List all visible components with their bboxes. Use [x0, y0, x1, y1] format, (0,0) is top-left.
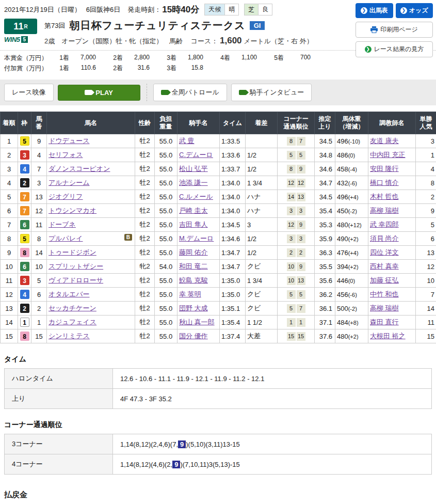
jockey-link[interactable]: M.デムーロ	[179, 234, 214, 242]
trainer-link[interactable]: 中竹 和也	[370, 290, 399, 298]
result-row: 1135ヴィアドロローサ牡255.0鮫島 克駿1:35.01 3/4101335…	[1, 274, 436, 288]
video-bar: レース映像 PLAY 全周パトロール 騎手インタビュー	[0, 80, 436, 105]
corner-order-cell: 33	[278, 232, 315, 246]
jockey-cell: 池添 謙一	[177, 176, 220, 190]
trainer-link[interactable]: 友道 康夫	[370, 137, 399, 145]
jockey-link[interactable]: 秋山 真一郎	[179, 318, 215, 326]
horse-name-link[interactable]: カジュフェイス	[49, 318, 96, 326]
carried-weight-cell: 55.0	[155, 162, 177, 176]
favorite-rank-cell: 11	[416, 316, 436, 329]
trainer-link[interactable]: 西村 真幸	[370, 262, 399, 270]
horse-name-link[interactable]: トウシンマカオ	[49, 207, 96, 214]
sex-age-cell: 牡2	[135, 134, 155, 148]
trainer-link[interactable]: 加藤 征弘	[370, 276, 399, 284]
column-header: タイム	[220, 112, 246, 134]
jockey-link[interactable]: 鮫島 克駿	[179, 276, 208, 284]
trainer-link[interactable]: 森田 直行	[370, 318, 399, 326]
corner-position: 12	[287, 220, 296, 229]
jockey-link[interactable]: C.デムーロ	[179, 151, 213, 159]
trainer-link[interactable]: 四位 洋文	[370, 248, 399, 256]
jockey-cell: C.デムーロ	[177, 148, 220, 162]
horse-name-link[interactable]: ドウデュース	[49, 137, 90, 145]
horse-number-cell: 13	[31, 190, 47, 204]
win5-logo: WIN5 5	[4, 36, 38, 43]
racecard-button[interactable]: ❯ 出馬表	[356, 3, 393, 18]
trainer-link[interactable]: 中内田 充正	[370, 151, 406, 159]
corner-position: 13	[297, 193, 305, 201]
place-cell: 5	[1, 190, 18, 204]
favorite-rank-cell: 4	[416, 162, 436, 176]
horse-name-link[interactable]: ジオグリフ	[49, 193, 83, 200]
odds-button[interactable]: ❯ オッズ	[396, 3, 433, 18]
trainer-link[interactable]: 橋口 慎介	[370, 179, 399, 186]
favorite-rank-cell: 13	[416, 246, 436, 260]
frame-cell: 2	[18, 302, 31, 316]
jockey-link[interactable]: 池添 謙一	[179, 179, 208, 186]
horse-name-link[interactable]: セッカチケーン	[49, 304, 96, 312]
jockey-link[interactable]: 戸崎 圭太	[179, 207, 208, 214]
trainer-link[interactable]: 須貝 尚介	[370, 234, 399, 242]
corner-position: 10	[287, 276, 296, 285]
jockey-link[interactable]: 幸 英明	[179, 290, 201, 298]
horse-name-link[interactable]: セリフォス	[49, 151, 83, 159]
horse-number-cell: 7	[31, 162, 47, 176]
corner-position: 2	[287, 248, 296, 257]
column-header: 調教師名	[368, 112, 416, 134]
play-button[interactable]: PLAY	[58, 85, 140, 101]
column-header: 馬名	[47, 112, 135, 134]
trainer-cell: 木村 哲也	[368, 190, 416, 204]
prize-item: 1着7,000	[52, 54, 105, 62]
last-3f-cell: 37.6	[315, 329, 335, 343]
jockey-link[interactable]: 松山 弘平	[179, 165, 208, 172]
corner-position: 3	[287, 234, 296, 243]
prize-item: 3着1,800	[159, 54, 213, 62]
jockey-link[interactable]: 藤岡 佑介	[179, 248, 208, 256]
jockey-interview-button[interactable]: 騎手インタビュー	[231, 84, 312, 101]
place-cell: 14	[1, 316, 18, 329]
jockey-cell: 団野 大成	[177, 302, 220, 316]
patrol-video-button[interactable]: 全周パトロール	[153, 84, 227, 101]
highlighted-horse-number: 9	[178, 440, 186, 448]
horse-name-link[interactable]: シンリミテス	[49, 332, 90, 340]
horse-name-link[interactable]: スプリットザシー	[49, 262, 103, 270]
trainer-link[interactable]: 高柳 瑞樹	[370, 304, 399, 312]
action-buttons: ❯ 出馬表 ❯ オッズ 印刷用ページ ❯ レース結果の見方	[356, 3, 433, 61]
horse-name-link[interactable]: トゥードジボン	[49, 248, 96, 256]
jockey-link[interactable]: 団野 大成	[179, 304, 208, 312]
favorite-rank-cell: 12	[416, 260, 436, 274]
jockey-link[interactable]: 和田 竜二	[179, 262, 208, 270]
trainer-cell: 大根田 裕之	[368, 329, 416, 343]
jockey-link[interactable]: 武 豊	[179, 137, 195, 145]
corner-position: 10	[287, 262, 296, 271]
jockey-link[interactable]: C.ルメール	[179, 193, 213, 200]
how-to-read-results-button[interactable]: ❯ レース結果の見方	[356, 41, 433, 57]
trainer-link[interactable]: 武 幸四郎	[370, 220, 399, 228]
jockey-link[interactable]: 国分 優作	[179, 332, 208, 340]
corner-position: 15	[287, 332, 296, 341]
result-row: 9814トゥードジボン牡255.0藤岡 佑介1:34.71/22236.3476…	[1, 246, 436, 260]
horse-name-link[interactable]: プルパレイ	[49, 234, 83, 242]
race-video-button[interactable]: レース映像	[4, 84, 54, 101]
horse-name-link[interactable]: ドーブネ	[49, 220, 76, 228]
result-row: 423アルナシーム牡255.0池添 謙一1:34.01 3/4121234.74…	[1, 176, 436, 190]
frame-number-badge: 6	[20, 220, 29, 229]
trainer-link[interactable]: 大根田 裕之	[370, 332, 406, 340]
horse-name-link[interactable]: ヴィアドロローサ	[49, 276, 103, 284]
column-header: 着差	[246, 112, 278, 134]
time-section-title: タイム	[4, 355, 436, 364]
horse-name-link[interactable]: アルナシーム	[49, 179, 90, 186]
trainer-cell: 橋口 慎介	[368, 176, 416, 190]
result-row: 10610スプリットザシー牝254.0和田 竜二1:34.7クビ10935.53…	[1, 260, 436, 274]
trainer-link[interactable]: 木村 哲也	[370, 193, 399, 200]
print-page-button[interactable]: 印刷用ページ	[356, 22, 433, 38]
carried-weight-cell: 55.0	[155, 176, 177, 190]
trainer-link[interactable]: 高柳 瑞樹	[370, 207, 399, 214]
horse-name-cell: ジオグリフ	[47, 190, 135, 204]
horse-name-link[interactable]: ダノンスコーピオン	[49, 165, 110, 172]
last-3f-cell: 34.5	[315, 190, 335, 204]
corner-position: 3	[297, 207, 305, 215]
jockey-link[interactable]: 吉田 隼人	[179, 220, 208, 228]
trainer-link[interactable]: 安田 隆行	[370, 165, 399, 172]
last-3f-cell: 34.6	[315, 162, 335, 176]
horse-name-link[interactable]: オタルエバー	[49, 290, 90, 298]
